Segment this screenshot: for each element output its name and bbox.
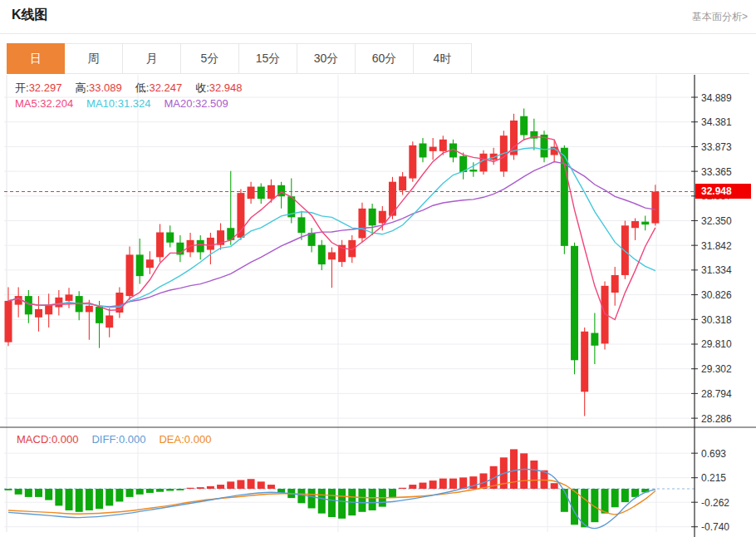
candle[interactable]: [25, 296, 32, 314]
candle[interactable]: [409, 145, 416, 179]
candle[interactable]: [86, 306, 93, 313]
macd-hist-bar[interactable]: [187, 488, 194, 489]
candle[interactable]: [96, 307, 103, 323]
macd-hist-bar[interactable]: [459, 477, 467, 489]
candle[interactable]: [469, 170, 477, 171]
tab-day[interactable]: 日: [7, 43, 65, 74]
candle[interactable]: [430, 147, 437, 151]
tab-week[interactable]: 周: [65, 43, 123, 74]
macd-hist-bar[interactable]: [439, 479, 447, 489]
macd-hist-bar[interactable]: [35, 489, 42, 497]
macd-hist-bar[interactable]: [419, 483, 426, 489]
macd-hist-bar[interactable]: [308, 489, 316, 508]
macd-hist-bar[interactable]: [258, 481, 265, 489]
macd-hist-bar[interactable]: [409, 485, 416, 489]
candle[interactable]: [611, 275, 619, 293]
candle[interactable]: [379, 211, 386, 224]
macd-hist-bar[interactable]: [217, 485, 224, 489]
macd-hist-bar[interactable]: [297, 489, 305, 503]
macd-hist-bar[interactable]: [15, 489, 22, 495]
candle[interactable]: [591, 333, 598, 346]
macd-hist-bar[interactable]: [207, 486, 214, 489]
tab-30min[interactable]: 30分: [297, 43, 356, 74]
macd-hist-bar[interactable]: [248, 479, 255, 489]
tab-60min[interactable]: 60分: [356, 43, 414, 74]
macd-hist-bar[interactable]: [96, 489, 103, 509]
macd-hist-bar[interactable]: [551, 483, 558, 489]
macd-hist-bar[interactable]: [621, 489, 629, 502]
candle[interactable]: [55, 298, 62, 308]
y-axis-label: 33.365: [701, 166, 732, 178]
macd-hist-bar[interactable]: [66, 489, 73, 510]
macd-hist-bar[interactable]: [369, 489, 376, 510]
period-tabbar: 日周月5分15分30分60分4时: [7, 43, 749, 74]
macd-hist-bar[interactable]: [115, 489, 123, 501]
macd-hist-bar[interactable]: [237, 480, 244, 489]
candle[interactable]: [369, 209, 376, 225]
macd-hist-bar[interactable]: [136, 489, 144, 495]
macd-hist-bar[interactable]: [611, 489, 619, 507]
macd-hist-bar[interactable]: [166, 489, 174, 490]
candle[interactable]: [166, 232, 174, 242]
tab-4hour[interactable]: 4时: [414, 43, 472, 74]
candle[interactable]: [439, 140, 447, 151]
candle[interactable]: [318, 245, 326, 264]
macd-hist-bar[interactable]: [76, 489, 83, 512]
macd-hist-bar[interactable]: [389, 489, 396, 498]
macd-hist-bar[interactable]: [106, 489, 113, 505]
macd-hist-bar[interactable]: [25, 489, 32, 497]
candle[interactable]: [136, 254, 144, 276]
macd-hist-bar[interactable]: [268, 485, 275, 489]
tab-5min[interactable]: 5分: [181, 43, 239, 74]
candle[interactable]: [207, 238, 214, 250]
macd-hist-bar[interactable]: [176, 489, 184, 490]
candle[interactable]: [520, 116, 528, 135]
candle[interactable]: [156, 232, 164, 257]
macd-hist-bar[interactable]: [156, 489, 164, 492]
candle[interactable]: [146, 259, 154, 268]
macd-hist-bar[interactable]: [197, 487, 204, 489]
candle[interactable]: [631, 221, 639, 228]
macd-hist-bar[interactable]: [430, 480, 437, 489]
candle[interactable]: [45, 305, 52, 315]
macd-hist-bar[interactable]: [5, 489, 12, 490]
candle[interactable]: [297, 217, 305, 233]
macd-hist-bar[interactable]: [601, 489, 609, 514]
macd-hist-bar[interactable]: [449, 479, 457, 489]
macd-hist-bar[interactable]: [399, 488, 406, 489]
macd-hist-bar[interactable]: [227, 481, 234, 489]
candle[interactable]: [35, 309, 42, 318]
candle[interactable]: [328, 252, 336, 259]
candle[interactable]: [651, 191, 659, 223]
candle[interactable]: [197, 240, 204, 253]
candle[interactable]: [571, 246, 578, 360]
macd-hist-bar[interactable]: [45, 489, 52, 500]
macd-hist-bar[interactable]: [318, 489, 326, 514]
macd-hist-bar[interactable]: [530, 461, 538, 489]
candle[interactable]: [5, 301, 12, 342]
candle[interactable]: [621, 225, 629, 275]
candle[interactable]: [561, 148, 568, 246]
macd-hist-bar[interactable]: [86, 489, 93, 510]
macd-hist-bar[interactable]: [146, 489, 154, 493]
candle[interactable]: [126, 254, 134, 296]
candle[interactable]: [479, 154, 487, 172]
candle[interactable]: [258, 187, 265, 200]
candle[interactable]: [399, 176, 406, 190]
tab-15min[interactable]: 15分: [239, 43, 297, 74]
macd-hist-bar[interactable]: [55, 489, 62, 505]
macd-hist-bar[interactable]: [126, 489, 134, 497]
macd-hist-bar[interactable]: [338, 489, 346, 519]
candle[interactable]: [581, 332, 588, 392]
ma10: MA10:31.324: [86, 97, 150, 110]
macd-hist-bar[interactable]: [358, 489, 366, 512]
macd-hist-bar[interactable]: [520, 453, 528, 489]
tab-month[interactable]: 月: [123, 43, 181, 74]
candle[interactable]: [641, 222, 649, 225]
candle[interactable]: [248, 187, 255, 200]
candle[interactable]: [66, 294, 73, 301]
candle[interactable]: [106, 315, 113, 328]
candle[interactable]: [358, 209, 366, 239]
candle[interactable]: [419, 143, 426, 157]
macd-hist-bar[interactable]: [328, 489, 336, 517]
